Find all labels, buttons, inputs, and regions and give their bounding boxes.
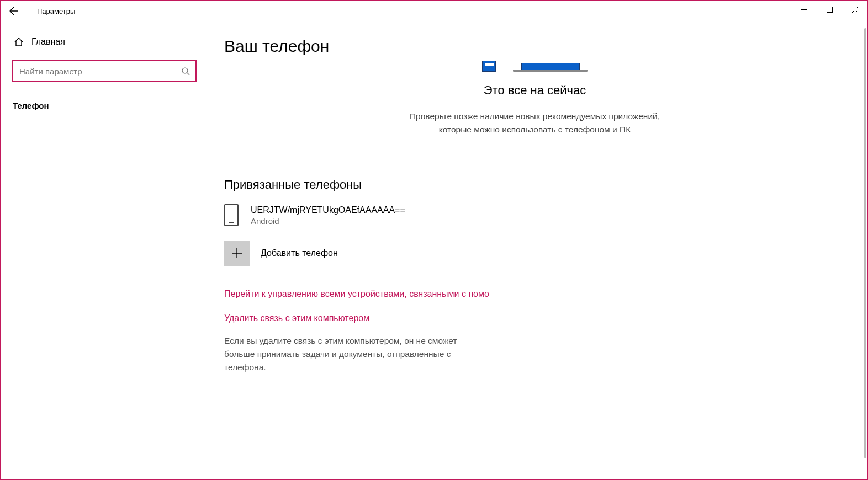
- linked-phone-item: UERJTW/mjRYETUkgOAEfAAAAAA== Android: [224, 204, 845, 226]
- maximize-button[interactable]: [817, 1, 842, 18]
- linked-phones-title: Привязанные телефоны: [224, 178, 845, 192]
- body: Главная Телефон Ваш телефон: [1, 22, 867, 479]
- page-title: Ваш телефон: [224, 37, 845, 56]
- home-icon: [14, 37, 24, 47]
- svg-rect-0: [827, 7, 832, 12]
- close-icon: [852, 7, 858, 13]
- unlink-description: Если вы удалите связь с этим компьютером…: [224, 334, 489, 374]
- main-content: Ваш телефон Это все на сейчас Проверьте …: [208, 22, 867, 479]
- phone-name: UERJTW/mjRYETUkgOAEfAAAAAA==: [251, 205, 405, 215]
- svg-point-1: [182, 68, 188, 73]
- phone-info: UERJTW/mjRYETUkgOAEfAAAAAA== Android: [251, 205, 405, 226]
- divider: [224, 153, 504, 153]
- back-arrow-icon: [9, 7, 18, 15]
- manage-devices-link[interactable]: Перейти к управлению всеми устройствами,…: [224, 289, 845, 299]
- laptop-illustration-icon: [513, 63, 588, 72]
- close-button[interactable]: [842, 1, 867, 18]
- maximize-icon: [827, 7, 833, 13]
- window-controls: [791, 1, 867, 18]
- home-nav[interactable]: Главная: [12, 37, 197, 47]
- unlink-computer-link[interactable]: Удалить связь с этим компьютером: [224, 313, 845, 323]
- add-phone-button[interactable]: Добавить телефон: [224, 241, 845, 266]
- hero-section: Это все на сейчас Проверьте позже наличи…: [394, 61, 676, 136]
- search-box[interactable]: [12, 60, 197, 82]
- phone-device-icon: [224, 204, 239, 226]
- minimize-button[interactable]: [791, 1, 817, 18]
- scrollbar[interactable]: [864, 28, 866, 458]
- search-icon: [182, 67, 190, 76]
- devices-illustration: [394, 61, 676, 72]
- settings-window: Параметры Главная: [0, 0, 868, 480]
- sidebar: Главная Телефон: [1, 22, 208, 479]
- window-title: Параметры: [37, 7, 75, 15]
- hero-title: Это все на сейчас: [394, 83, 676, 98]
- search-input[interactable]: [19, 67, 182, 76]
- back-button[interactable]: [1, 1, 27, 22]
- titlebar: Параметры: [1, 1, 867, 22]
- plus-icon: [231, 248, 242, 259]
- add-tile: [224, 241, 250, 266]
- add-phone-label: Добавить телефон: [261, 248, 338, 258]
- phone-platform: Android: [251, 216, 405, 226]
- hero-description: Проверьте позже наличие новых рекомендуе…: [394, 110, 676, 136]
- phone-illustration-icon: [482, 61, 496, 72]
- home-label: Главная: [31, 37, 65, 47]
- nav-item-phone[interactable]: Телефон: [12, 98, 197, 114]
- minimize-icon: [801, 7, 807, 13]
